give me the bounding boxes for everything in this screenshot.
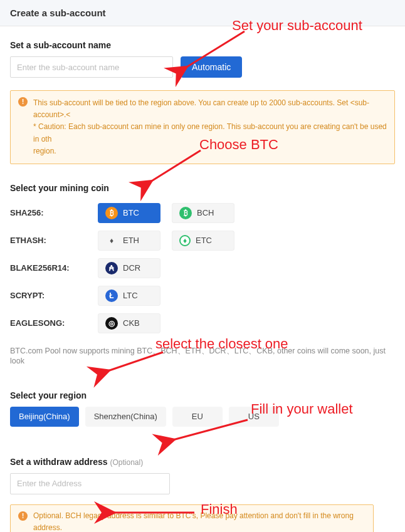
coin-symbol: LTC (123, 291, 138, 300)
region-option-eu[interactable]: EU (172, 407, 223, 427)
algo-label: EAGLESONG: (10, 318, 98, 328)
coin-symbol: BCH (197, 208, 214, 217)
ltc-icon: Ł (105, 289, 118, 302)
algo-label: ETHASH: (10, 236, 98, 245)
coin-option-bch[interactable]: ₿ BCH (172, 203, 234, 223)
bch-icon: ₿ (179, 207, 192, 219)
region-section-label: Select your region (10, 390, 395, 400)
withdraw-section-label: Set a withdraw address (Optional) (10, 457, 395, 467)
coin-option-dcr[interactable]: ₳ DCR (98, 258, 160, 278)
region-option-us[interactable]: US (229, 407, 279, 427)
algo-label: SHA256: (10, 208, 98, 217)
page-title: Create a sub-account (0, 0, 405, 26)
coin-symbol: CKB (123, 318, 140, 328)
btc-icon: ₿ (105, 207, 118, 219)
algo-label: BLAKE256R14: (10, 263, 98, 273)
region-warning-alert: ! This sub-account will be tied to the r… (10, 90, 395, 164)
dcr-icon: ₳ (105, 262, 118, 274)
etc-icon: ♦ (179, 235, 191, 246)
region-option-beijing[interactable]: Beijing(China) (10, 407, 79, 427)
alert-text: Optional. BCH legacy address is similar … (33, 511, 354, 532)
subaccount-input[interactable] (10, 56, 173, 78)
withdraw-optional-text: (Optional) (110, 458, 144, 467)
subaccount-section-label: Set a sub-account name (10, 40, 395, 50)
coin-option-etc[interactable]: ♦ ETC (172, 231, 234, 251)
alert-line: region. (33, 145, 387, 157)
coin-option-ckb[interactable]: ◎ CKB (98, 313, 160, 333)
support-note: BTC.com Pool now supports mining BTC、BCH… (10, 346, 395, 365)
alert-line: This sub-account will be tied to the reg… (33, 97, 387, 121)
coin-symbol: ETC (196, 236, 212, 245)
eth-icon: ♦ (105, 234, 118, 247)
coin-option-eth[interactable]: ♦ ETH (98, 231, 160, 251)
ckb-icon: ◎ (105, 317, 118, 330)
mining-coin-section-label: Select your mining coin (10, 183, 395, 193)
coin-option-ltc[interactable]: Ł LTC (98, 286, 160, 306)
coin-table: SHA256: ₿ BTC ₿ BCH ETHASH: ♦ ETH ♦ ETC … (10, 199, 395, 337)
coin-symbol: ETH (123, 236, 139, 245)
warning-icon: ! (18, 97, 28, 107)
region-option-shenzhen[interactable]: Shenzhen(China) (85, 407, 166, 427)
coin-symbol: DCR (123, 263, 140, 273)
alert-line: * Caution: Each sub-account can mine in … (33, 121, 387, 145)
coin-option-btc[interactable]: ₿ BTC (98, 203, 160, 223)
algo-label: SCRYPT: (10, 291, 98, 300)
warning-icon: ! (18, 511, 28, 521)
coin-symbol: BTC (123, 208, 139, 217)
withdraw-label-text: Set a withdraw address (10, 457, 108, 467)
withdraw-address-input[interactable] (10, 473, 170, 494)
automatic-button[interactable]: Automatic (181, 56, 242, 78)
address-warning-alert: ! Optional. BCH legacy address is simila… (10, 504, 374, 532)
